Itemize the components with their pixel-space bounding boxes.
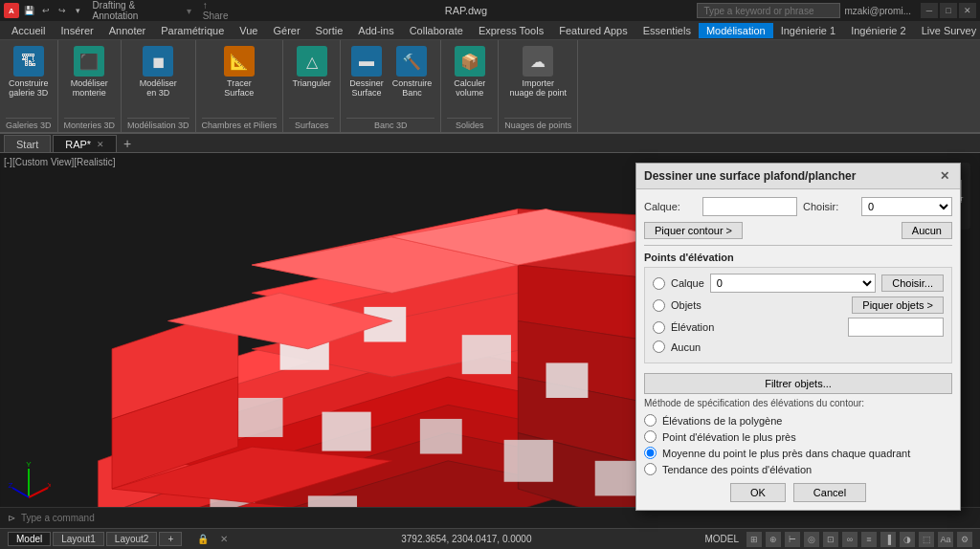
ribbon-btn-modeliser-monterie[interactable]: ⬛ Modélisermonterie	[68, 44, 111, 99]
choisir-select[interactable]: 0	[861, 197, 952, 216]
menu-inserer[interactable]: Insérer	[53, 23, 100, 38]
calque-label: Calque:	[644, 201, 697, 212]
statusbar: Model Layout1 Layout2 + 🔒 ✕ 3792.3654, 2…	[0, 528, 980, 549]
ribbon-btn-calculer-volume[interactable]: 📦 Calculervolume	[451, 44, 489, 99]
ribbon-btn-modeliser-3d[interactable]: ◼ Modéliseren 3D	[137, 44, 180, 99]
dessiner-surface-icon: ▬	[351, 46, 382, 77]
points-elevation-title: Points d'élévation	[644, 252, 952, 263]
menu-modelisation[interactable]: Modélisation	[699, 23, 773, 38]
menu-essentiels[interactable]: Essentiels	[635, 23, 699, 38]
radio-tendance[interactable]	[644, 463, 657, 475]
annotate-icon[interactable]: Aa	[938, 532, 953, 547]
elevation-radio-group: Calque 0 Choisir... Objets Piquer objets…	[644, 267, 952, 363]
lweight-icon[interactable]: ▐	[880, 532, 896, 547]
add-layout-tab[interactable]: +	[159, 532, 182, 546]
osnap-icon[interactable]: ⊡	[823, 532, 838, 547]
ok-button[interactable]: OK	[730, 483, 786, 502]
piquer-objets-button[interactable]: Piquer objets >	[852, 296, 944, 314]
menu-accueil[interactable]: Accueil	[4, 23, 53, 38]
radio-point-proche[interactable]	[644, 430, 657, 443]
dialog-close-button[interactable]: ✕	[937, 168, 952, 184]
layout2-tab[interactable]: Layout2	[106, 532, 158, 546]
qa-save[interactable]: 💾	[23, 4, 36, 17]
ribbon-btn-importer-nuage[interactable]: ☁ Importernuage de point	[506, 44, 569, 99]
radio-point-proche-label: Point d'élévation le plus près	[662, 431, 796, 443]
menu-vue[interactable]: Vue	[232, 23, 265, 38]
model-label: MODEL	[704, 534, 739, 544]
qa-more[interactable]: ▾	[72, 4, 85, 17]
otrack-icon[interactable]: ∞	[842, 532, 858, 547]
ribbon-btn-trianguler[interactable]: △ Trianguler	[290, 44, 334, 90]
menu-ing1[interactable]: Ingénierie 1	[773, 23, 844, 38]
svg-rect-24	[238, 398, 283, 437]
cmd-icon: ⊳	[8, 513, 15, 523]
polar-icon[interactable]: ◎	[804, 532, 819, 547]
close-button[interactable]: ✕	[959, 3, 976, 18]
modeliser-3d-label: Modéliseren 3D	[140, 78, 177, 98]
menu-addins[interactable]: Add-ins	[350, 23, 401, 38]
search-input[interactable]	[697, 3, 840, 18]
radio-objets[interactable]	[653, 299, 665, 312]
calque-elev-select[interactable]: 0	[710, 274, 876, 293]
dynamic-icon[interactable]: ≡	[861, 532, 877, 547]
share-icon[interactable]: ↑ Share	[203, 0, 235, 21]
titlebar: A 💾 ↩ ↪ ▾ Drafting & Annotation ▾ ↑ Shar…	[0, 0, 980, 21]
cancel-button[interactable]: Cancel	[793, 483, 866, 502]
menu-parametrique[interactable]: Paramétrique	[153, 23, 232, 38]
workspace-switch-icon[interactable]: ⚙	[957, 532, 972, 547]
radio-moyenne[interactable]	[644, 447, 657, 459]
lock-icon: 🔒	[197, 534, 209, 544]
ribbon: 🏗 Construiregalerie 3D Galeries 3D ⬛ Mod…	[0, 40, 980, 134]
radio-calque[interactable]	[653, 277, 665, 290]
grid-icon[interactable]: ⊞	[746, 532, 762, 547]
menu-express[interactable]: Express Tools	[471, 23, 551, 38]
select-icon[interactable]: ⬚	[919, 532, 934, 547]
menu-featured[interactable]: Featured Apps	[551, 23, 635, 38]
chambres-group-label: Chambres et Piliers	[202, 118, 278, 130]
menu-gerer[interactable]: Gérer	[265, 23, 307, 38]
ribbon-btn-construire-banc[interactable]: 🔨 ConstruireBanc	[390, 44, 435, 99]
ribbon-btn-dessiner-surface[interactable]: ▬ DessinerSurface	[346, 44, 387, 99]
workspace-dropdown[interactable]: ▾	[187, 6, 191, 16]
aucun-button[interactable]: Aucun	[902, 222, 952, 239]
qa-undo[interactable]: ↩	[39, 4, 53, 17]
radio-aucun[interactable]	[653, 340, 665, 353]
calque-input[interactable]	[702, 197, 797, 216]
transparency-icon[interactable]: ◑	[900, 532, 915, 547]
choisir2-button[interactable]: Choisir...	[881, 274, 944, 292]
ortho-icon[interactable]: ⊢	[785, 532, 800, 547]
menu-collaborate[interactable]: Collaborate	[402, 23, 471, 38]
filtrer-button[interactable]: Filtrer objets...	[644, 373, 952, 394]
minimize-button[interactable]: ─	[921, 3, 938, 18]
menu-ing2[interactable]: Ingénierie 2	[843, 23, 914, 38]
elevation-input[interactable]	[848, 318, 944, 337]
snap-icon[interactable]: ⊕	[766, 532, 781, 547]
svg-rect-22	[462, 335, 511, 374]
menu-sortie[interactable]: Sortie	[308, 23, 351, 38]
ribbon-btn-construire-galerie[interactable]: 🏗 Construiregalerie 3D	[6, 44, 52, 99]
command-input[interactable]	[21, 513, 972, 523]
qa-redo[interactable]: ↪	[56, 4, 69, 17]
menu-annoter[interactable]: Annoter	[101, 23, 154, 38]
radio-elevation[interactable]	[653, 321, 665, 334]
dialog-calque-row: Calque: Choisir: 0	[644, 197, 952, 216]
galeries-group-label: Galeries 3D	[6, 118, 52, 130]
radio-tendance-row: Tendance des points d'élévation	[644, 463, 952, 475]
tab-start[interactable]: Start	[4, 135, 51, 152]
menu-livesurvey[interactable]: Live Survey	[914, 23, 980, 38]
radio-elevations-polygne[interactable]	[644, 414, 657, 427]
tab-add-button[interactable]: +	[119, 135, 136, 152]
maximize-button[interactable]: □	[940, 3, 957, 18]
ribbon-btn-tracer-surface[interactable]: 📐 TracerSurface	[220, 44, 258, 99]
model-tab[interactable]: Model	[8, 532, 51, 546]
piquer-contour-button[interactable]: Piquer contour >	[644, 222, 743, 239]
radio-objets-row: Objets Piquer objets >	[653, 296, 944, 314]
app-icon: A	[4, 3, 19, 18]
ribbon-group-chambres: 📐 TracerSurface Chambres et Piliers	[196, 40, 284, 132]
tab-rap-close[interactable]: ✕	[97, 140, 104, 149]
dessiner-surface-label: DessinerSurface	[349, 78, 384, 98]
tab-rap[interactable]: RAP* ✕	[53, 135, 117, 152]
layout1-tab[interactable]: Layout1	[53, 532, 104, 546]
construire-banc-icon: 🔨	[396, 46, 427, 77]
trianguler-icon: △	[297, 46, 327, 77]
